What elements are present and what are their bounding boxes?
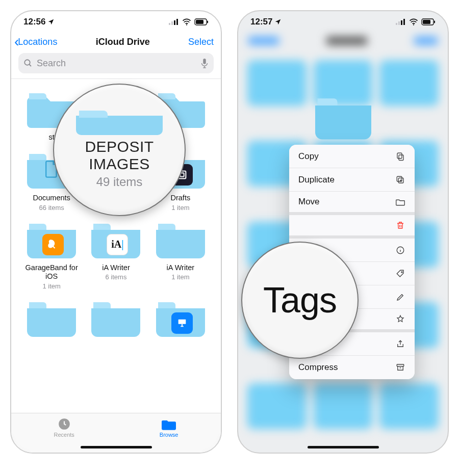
pencil-icon bbox=[395, 293, 405, 302]
menu-compress[interactable]: Compress bbox=[289, 356, 415, 379]
svg-rect-25 bbox=[397, 153, 402, 158]
svg-rect-18 bbox=[401, 20, 402, 25]
search-field[interactable]: Search bbox=[18, 53, 214, 73]
location-arrow-icon bbox=[274, 18, 282, 25]
svg-rect-19 bbox=[403, 19, 405, 25]
svg-point-8 bbox=[24, 60, 30, 65]
svg-point-29 bbox=[401, 271, 402, 272]
archive-icon bbox=[395, 363, 405, 372]
svg-rect-3 bbox=[176, 19, 178, 25]
folder-icon bbox=[395, 198, 405, 206]
svg-rect-24 bbox=[399, 155, 403, 161]
mic-icon[interactable] bbox=[200, 58, 209, 68]
svg-rect-2 bbox=[174, 20, 175, 25]
home-indicator[interactable] bbox=[308, 446, 379, 448]
status-bar: 12:57 bbox=[238, 11, 448, 28]
svg-rect-30 bbox=[397, 364, 404, 366]
svg-rect-22 bbox=[423, 20, 430, 24]
wifi-icon bbox=[182, 18, 191, 25]
folder-keynote[interactable] bbox=[150, 298, 211, 342]
folder-item[interactable] bbox=[21, 298, 82, 342]
cellular-icon bbox=[169, 19, 179, 25]
search-placeholder: Search bbox=[37, 58, 66, 69]
folder-icon bbox=[76, 111, 163, 135]
garageband-app-icon bbox=[42, 234, 64, 255]
star-icon bbox=[395, 314, 405, 324]
search-icon bbox=[23, 59, 33, 68]
menu-duplicate[interactable]: Duplicate bbox=[289, 168, 415, 192]
tab-recents[interactable]: Recents bbox=[54, 417, 74, 453]
folder-iawriter-2[interactable]: iA Writer 1 item bbox=[150, 220, 211, 290]
svg-rect-17 bbox=[398, 21, 400, 25]
iawriter-app-icon: iA| bbox=[107, 234, 128, 255]
nav-back-label: Locations bbox=[18, 37, 57, 47]
svg-rect-1 bbox=[171, 21, 173, 25]
battery-icon bbox=[421, 18, 436, 25]
folder-item[interactable] bbox=[86, 298, 146, 342]
svg-point-20 bbox=[413, 24, 414, 25]
svg-point-4 bbox=[186, 24, 187, 25]
menu-move[interactable]: Move bbox=[289, 192, 415, 215]
svg-rect-16 bbox=[396, 23, 397, 25]
nav-bar: ‹ Locations iCloud Drive Select bbox=[11, 28, 221, 53]
phone-left: 12:56 ‹ Locations iCloud Drive Select Se… bbox=[10, 10, 222, 454]
nav-back-button[interactable]: ‹ Locations bbox=[14, 35, 57, 49]
svg-rect-7 bbox=[207, 21, 208, 23]
svg-rect-23 bbox=[434, 21, 435, 23]
tag-icon bbox=[395, 269, 405, 278]
magnifier-deposit-images: DEPOSIT IMAGES 49 items bbox=[53, 84, 186, 216]
svg-rect-14 bbox=[178, 319, 186, 324]
svg-rect-6 bbox=[196, 20, 203, 24]
info-icon bbox=[395, 246, 405, 255]
status-bar: 12:56 bbox=[11, 11, 221, 28]
home-indicator[interactable] bbox=[81, 446, 152, 448]
menu-copy[interactable]: Copy bbox=[289, 145, 415, 168]
folder-iawriter-1[interactable]: iA| iA Writer 6 items bbox=[86, 220, 146, 290]
cellular-icon bbox=[396, 19, 406, 25]
share-icon bbox=[395, 339, 405, 349]
clock-icon bbox=[58, 417, 71, 431]
nav-select-button[interactable]: Select bbox=[188, 37, 214, 47]
trash-icon bbox=[395, 221, 405, 230]
svg-rect-0 bbox=[169, 23, 170, 25]
focused-folder[interactable] bbox=[315, 95, 371, 142]
svg-rect-10 bbox=[203, 59, 206, 64]
duplicate-icon bbox=[395, 175, 405, 184]
menu-delete[interactable] bbox=[289, 215, 415, 239]
battery-icon bbox=[194, 18, 209, 25]
folder-icon bbox=[162, 417, 176, 431]
keynote-app-icon bbox=[171, 312, 193, 334]
nav-title: iCloud Drive bbox=[96, 37, 150, 47]
svg-line-9 bbox=[29, 64, 31, 66]
folder-garageband[interactable]: GarageBand for iOS 1 item bbox=[21, 220, 82, 290]
magnifier-tags: Tags bbox=[241, 242, 359, 359]
status-time: 12:56 bbox=[23, 17, 45, 27]
location-arrow-icon bbox=[47, 18, 55, 25]
tab-browse[interactable]: Browse bbox=[160, 417, 178, 453]
phone-right: 12:57 .right .content{filter:blur(9px) s… bbox=[237, 10, 449, 454]
copy-icon bbox=[395, 152, 405, 161]
wifi-icon bbox=[409, 18, 418, 25]
status-time: 12:57 bbox=[250, 17, 272, 27]
